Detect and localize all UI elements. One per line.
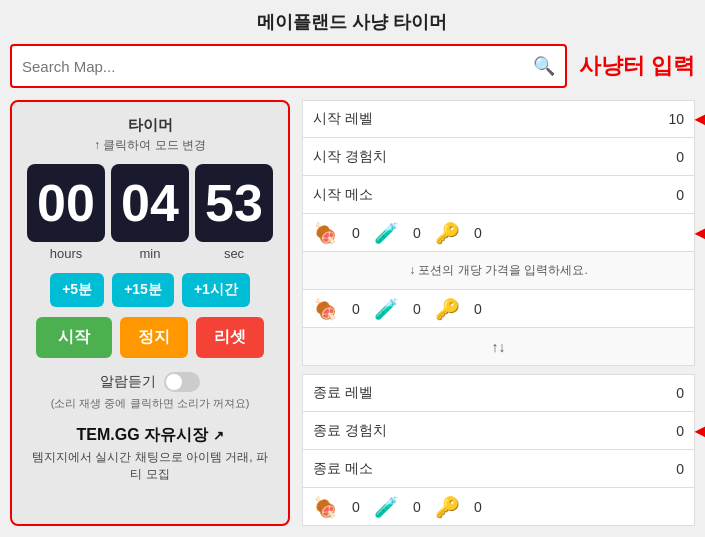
start-level-label: 시작 레벨: [313, 110, 654, 128]
end-meso-value: 0: [654, 461, 684, 477]
item4-icon: 🍖: [313, 299, 338, 319]
items-row1: 🍖 0 🧪 0 🔑 0 ◀: [302, 214, 695, 252]
item7-qty: 0: [346, 499, 366, 515]
end-meso-row: 종료 메소 0: [302, 450, 695, 488]
item8-icon: 🧪: [374, 497, 399, 517]
items-row3: 🍖 0 🧪 0 🔑 0: [302, 488, 695, 526]
search-input[interactable]: [22, 58, 533, 75]
btn-start[interactable]: 시작: [36, 317, 112, 358]
clock-display: 00 hours 04 min 53 sec: [27, 164, 273, 261]
btn-reset[interactable]: 리셋: [196, 317, 264, 358]
end-level-row: 종료 레벨 0: [302, 374, 695, 412]
item2-icon: 🧪: [374, 223, 399, 243]
clock-min: 04: [111, 164, 189, 242]
clock-sec-unit: 53 sec: [195, 164, 273, 261]
btn-add1h[interactable]: +1시간: [182, 273, 250, 307]
item9-icon: 🔑: [435, 497, 460, 517]
alarm-label: 알람듣기: [100, 373, 156, 391]
item1-icon: 🍖: [313, 223, 338, 243]
start-level-row: 시작 레벨 10 ◀: [302, 100, 695, 138]
right-panel: 시작 레벨 10 ◀ 시작 경험치 0 시작 메소 0 🍖 0 🧪 0 🔑: [302, 100, 695, 526]
alarm-hint: (소리 재생 중에 클릭하면 소리가 꺼져요): [51, 396, 250, 411]
end-level-value: 0: [654, 385, 684, 401]
tem-desc: 템지지에서 실시간 채팅으로 아이템 거래, 파티 모집: [28, 449, 272, 483]
end-meso-label: 종료 메소: [313, 460, 654, 478]
alarm-toggle[interactable]: [164, 372, 200, 392]
btn-stop[interactable]: 정지: [120, 317, 188, 358]
search-icon: 🔍: [533, 55, 555, 77]
clock-min-unit: 04 min: [111, 164, 189, 261]
add-time-row: +5분 +15분 +1시간: [50, 273, 250, 307]
external-link-icon: ↗: [213, 428, 224, 443]
end-exp-row: 종료 경험치 0 ◀: [302, 412, 695, 450]
tem-link[interactable]: TEM.GG 자유시장 ↗: [76, 426, 223, 443]
item3-qty: 0: [468, 225, 488, 241]
clock-sec-label: sec: [224, 246, 244, 261]
item7-icon: 🍖: [313, 497, 338, 517]
alarm-row: 알람듣기: [100, 372, 200, 392]
page-title: 메이플랜드 사냥 타이머: [257, 10, 447, 34]
timer-mode-hint[interactable]: ↑ 클릭하여 모드 변경: [94, 137, 206, 154]
section-gap: [302, 366, 695, 374]
btn-add15[interactable]: +15분: [112, 273, 174, 307]
items-row2: 🍖 0 🧪 0 🔑 0: [302, 290, 695, 328]
item1-qty: 0: [346, 225, 366, 241]
item3-icon: 🔑: [435, 223, 460, 243]
item8-qty: 0: [407, 499, 427, 515]
potion-hint: ↓ 포션의 개당 가격을 입력하세요.: [409, 262, 588, 279]
potion-hint-row: ↓ 포션의 개당 가격을 입력하세요.: [302, 252, 695, 290]
arrows-row: ↑↓: [302, 328, 695, 366]
item2-qty: 0: [407, 225, 427, 241]
start-exp-row: 시작 경험치 0: [302, 138, 695, 176]
clock-sec: 53: [195, 164, 273, 242]
start-level-value: 10: [654, 111, 684, 127]
end-level-label: 종료 레벨: [313, 384, 654, 402]
item5-qty: 0: [407, 301, 427, 317]
search-box: 🔍: [10, 44, 567, 88]
item5-icon: 🧪: [374, 299, 399, 319]
end-exp-label: 종료 경험치: [313, 422, 654, 440]
start-level-arrow: ◀: [695, 106, 705, 132]
item6-icon: 🔑: [435, 299, 460, 319]
timer-title: 타이머: [128, 116, 173, 135]
hunting-label: 사냥터 입력: [579, 51, 695, 81]
start-meso-label: 시작 메소: [313, 186, 654, 204]
item6-qty: 0: [468, 301, 488, 317]
start-exp-label: 시작 경험치: [313, 148, 654, 166]
control-row: 시작 정지 리셋: [36, 317, 264, 358]
tem-link-bar: TEM.GG 자유시장 ↗ 템지지에서 실시간 채팅으로 아이템 거래, 파티 …: [28, 425, 272, 483]
item9-qty: 0: [468, 499, 488, 515]
clock-hours-unit: 00 hours: [27, 164, 105, 261]
start-meso-value: 0: [654, 187, 684, 203]
start-exp-value: 0: [654, 149, 684, 165]
clock-hours: 00: [27, 164, 105, 242]
items-row1-arrow: ◀: [695, 220, 705, 246]
item4-qty: 0: [346, 301, 366, 317]
sort-arrows: ↑↓: [492, 339, 506, 355]
end-exp-value: 0: [654, 423, 684, 439]
start-meso-row: 시작 메소 0: [302, 176, 695, 214]
timer-panel: 타이머 ↑ 클릭하여 모드 변경 00 hours 04 min 53 sec …: [10, 100, 290, 526]
clock-min-label: min: [140, 246, 161, 261]
btn-add5[interactable]: +5분: [50, 273, 104, 307]
clock-hours-label: hours: [50, 246, 83, 261]
end-exp-arrow: ◀: [695, 418, 705, 444]
